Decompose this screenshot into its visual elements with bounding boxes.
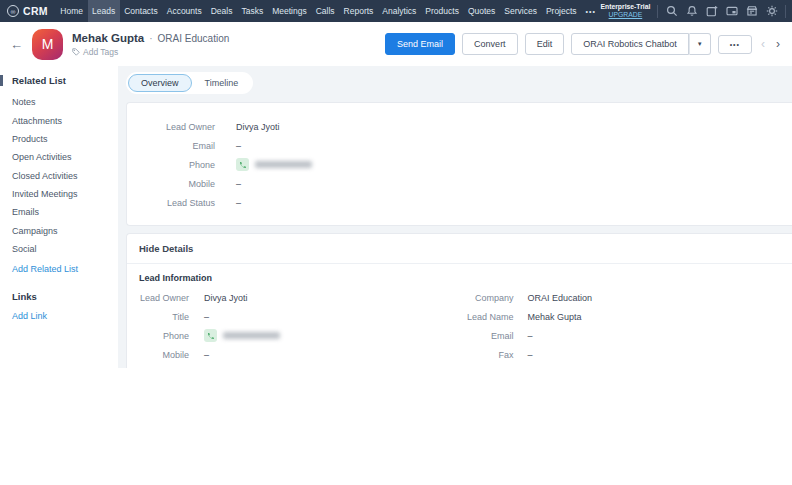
field-label: Phone [127, 160, 215, 170]
field-value: ORAI Education [528, 293, 593, 303]
field-value: – [528, 350, 533, 360]
sidebar-item-open-activities[interactable]: Open Activities [0, 148, 118, 166]
add-link-link[interactable]: Add Link [0, 305, 118, 326]
view-tabs: Overview Timeline [126, 72, 253, 94]
field-value: – [528, 331, 533, 341]
nav-item-analytics[interactable]: Analytics [378, 0, 421, 22]
details-field-row: Email – [460, 326, 792, 345]
field-label: Fax [460, 350, 514, 360]
nav-item-meetings[interactable]: Meetings [268, 0, 312, 22]
next-record-icon[interactable]: › [774, 38, 782, 50]
search-icon[interactable] [665, 5, 678, 18]
lead-company: ORAI Education [158, 33, 230, 44]
tag-icon [72, 48, 80, 56]
lead-avatar[interactable]: M [32, 29, 63, 60]
back-arrow-icon[interactable]: ← [10, 37, 23, 52]
nav-item-reports[interactable]: Reports [339, 0, 378, 22]
nav-item-tasks[interactable]: Tasks [237, 0, 268, 22]
field-value: Divya Jyoti [236, 122, 280, 132]
call-phone-icon[interactable] [236, 158, 249, 171]
summary-field-row: Email – [127, 136, 792, 155]
phone-value[interactable] [236, 158, 312, 171]
trial-plan-label: Enterprise-Trial [600, 3, 650, 11]
tab-timeline[interactable]: Timeline [192, 74, 252, 92]
compose-icon[interactable] [705, 5, 718, 18]
details-field-row: Lead Name Mehak Gupta [460, 307, 792, 326]
chatbot-dropdown-caret[interactable]: ▼ [689, 33, 711, 55]
links-title: Links [0, 279, 118, 305]
sidebar-item-notes[interactable]: Notes [0, 93, 118, 111]
more-actions-button[interactable]: ••• [718, 35, 752, 54]
nav-separator [657, 5, 658, 18]
trial-upgrade-block[interactable]: Enterprise-Trial UPGRADE [600, 3, 650, 19]
field-label: Mobile [127, 350, 189, 360]
lead-summary-card: Lead Owner Divya Jyoti Email – Phone [126, 102, 792, 226]
field-label: Company [460, 293, 514, 303]
field-value: Divya Jyoti [204, 293, 248, 303]
settings-icon[interactable] [765, 5, 778, 18]
edit-button[interactable]: Edit [525, 33, 565, 55]
sidebar-item-social[interactable]: Social [0, 240, 118, 258]
details-field-row: Website – [460, 364, 792, 368]
marketplace-icon[interactable] [745, 5, 758, 18]
redacted-phone-number [223, 332, 280, 339]
nav-separator [785, 5, 786, 18]
panel-icon[interactable] [725, 5, 738, 18]
field-value: – [236, 198, 241, 208]
nav-item-deals[interactable]: Deals [206, 0, 237, 22]
details-left-column: Lead Owner Divya Jyoti Title – Phone [127, 288, 460, 368]
nav-item-quotes[interactable]: Quotes [463, 0, 499, 22]
lead-identity: Mehak Gupta · ORAI Education Add Tags [72, 32, 229, 57]
chatbot-button[interactable]: ORAI Robotics Chatbot [571, 33, 689, 55]
sidebar-item-products[interactable]: Products [0, 130, 118, 148]
lead-name: Mehak Gupta [72, 32, 144, 44]
zoho-crm-app: ∞ CRM Home Leads Contacts Accounts Deals… [0, 0, 792, 485]
nav-overflow-menu[interactable]: ••• [581, 0, 600, 22]
details-field-row: Title – [127, 307, 460, 326]
tab-overview[interactable]: Overview [128, 74, 192, 92]
notifications-icon[interactable] [685, 5, 698, 18]
page-body: Related List Notes Attachments Products … [0, 66, 792, 368]
field-label: Lead Status [127, 198, 215, 208]
nav-item-contacts[interactable]: Contacts [120, 0, 163, 22]
crm-brand[interactable]: ∞ CRM [7, 0, 48, 22]
previous-record-icon[interactable]: ‹ [759, 38, 767, 50]
details-field-row: Lead Source – [127, 364, 460, 368]
send-email-button[interactable]: Send Email [385, 33, 455, 55]
nav-item-projects[interactable]: Projects [541, 0, 581, 22]
sidebar-item-closed-activities[interactable]: Closed Activities [0, 167, 118, 185]
add-related-list-link[interactable]: Add Related List [0, 258, 118, 279]
summary-field-row: Mobile – [127, 174, 792, 193]
field-label: Lead Name [460, 312, 514, 322]
sidebar-item-attachments[interactable]: Attachments [0, 111, 118, 129]
call-phone-icon[interactable] [204, 329, 217, 342]
nav-item-home[interactable]: Home [56, 0, 88, 22]
nav-item-products[interactable]: Products [421, 0, 464, 22]
add-tags-label: Add Tags [83, 47, 118, 57]
browser-viewport: ∞ CRM Home Leads Contacts Accounts Deals… [0, 0, 792, 368]
convert-button[interactable]: Convert [462, 33, 518, 55]
details-field-row: Fax – [460, 345, 792, 364]
nav-item-accounts[interactable]: Accounts [162, 0, 206, 22]
field-value: – [204, 350, 209, 360]
field-label: Lead Owner [127, 293, 189, 303]
nav-item-services[interactable]: Services [500, 0, 542, 22]
nav-item-leads[interactable]: Leads [88, 0, 120, 22]
lead-information-title: Lead Information [127, 264, 792, 288]
hide-details-toggle[interactable]: Hide Details [127, 234, 792, 263]
upgrade-link[interactable]: UPGRADE [600, 11, 650, 19]
add-tags-control[interactable]: Add Tags [72, 47, 229, 57]
field-label: Lead Owner [127, 122, 215, 132]
sidebar-item-campaigns[interactable]: Campaigns [0, 222, 118, 240]
details-field-row: Lead Owner Divya Jyoti [127, 288, 460, 307]
phone-value[interactable] [204, 329, 280, 342]
details-field-row: Company ORAI Education [460, 288, 792, 307]
field-value: – [204, 312, 209, 322]
details-right-column: Company ORAI Education Lead Name Mehak G… [460, 288, 792, 368]
nav-item-calls[interactable]: Calls [311, 0, 339, 22]
sidebar-item-emails[interactable]: Emails [0, 203, 118, 221]
sidebar-item-invited-meetings[interactable]: Invited Meetings [0, 185, 118, 203]
field-label: Title [127, 312, 189, 322]
field-label: Mobile [127, 179, 215, 189]
brand-name: CRM [23, 5, 48, 17]
